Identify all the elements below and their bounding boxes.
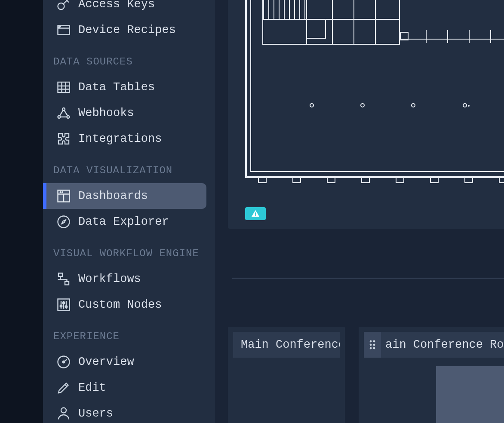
card-header[interactable]: ain Conference Room U bbox=[364, 332, 504, 358]
workflow-icon bbox=[56, 271, 71, 287]
svg-point-0 bbox=[58, 3, 65, 9]
warning-icon bbox=[251, 209, 260, 218]
user-icon bbox=[56, 406, 71, 421]
puzzle-icon bbox=[56, 131, 71, 147]
svg-rect-10 bbox=[58, 273, 62, 277]
svg-point-18 bbox=[61, 408, 66, 413]
sidebar-item-label: Users bbox=[78, 407, 113, 420]
sensor-marker[interactable] bbox=[411, 103, 415, 107]
card-body bbox=[436, 366, 504, 423]
grip-icon bbox=[369, 340, 376, 350]
svg-point-7 bbox=[60, 192, 61, 193]
sidebar-item-integrations[interactable]: Integrations bbox=[43, 126, 215, 152]
svg-point-5 bbox=[67, 116, 70, 118]
sidebar-item-users[interactable]: Users bbox=[43, 401, 215, 423]
sidebar-item-label: Data Explorer bbox=[78, 215, 169, 228]
webhook-icon bbox=[56, 105, 71, 121]
sidebar-item-label: Workflows bbox=[78, 273, 141, 285]
key-icon bbox=[56, 0, 71, 12]
section-header-experience: EXPERIENCE bbox=[43, 318, 215, 349]
sidebar-item-label: Dashboards bbox=[78, 190, 148, 202]
section-header-data-sources: DATA SOURCES bbox=[43, 43, 215, 74]
svg-point-8 bbox=[62, 192, 63, 193]
sidebar: Access Keys Device Recipes DATA SOURCES … bbox=[43, 0, 215, 423]
sidebar-item-label: Access Keys bbox=[78, 0, 155, 11]
sidebar-item-overview[interactable]: Overview bbox=[43, 349, 215, 375]
sensor-marker[interactable] bbox=[310, 103, 314, 107]
svg-point-15 bbox=[65, 306, 68, 308]
svg-point-9 bbox=[58, 216, 70, 228]
sensor-marker[interactable] bbox=[463, 103, 467, 107]
pencil-icon bbox=[56, 380, 71, 395]
sidebar-item-dashboards[interactable]: Dashboards bbox=[43, 183, 206, 209]
svg-point-21 bbox=[370, 340, 372, 343]
sidebar-item-device-recipes[interactable]: Device Recipes bbox=[43, 17, 215, 43]
card-title: Main Conference bbox=[241, 338, 340, 351]
svg-point-4 bbox=[58, 116, 61, 118]
table-icon bbox=[56, 80, 71, 95]
main-content: Main Conference ain Conference Room U bbox=[215, 0, 504, 423]
sidebar-item-label: Edit bbox=[78, 381, 106, 394]
sidebar-item-workflows[interactable]: Workflows bbox=[43, 266, 215, 292]
compass-icon bbox=[56, 214, 71, 230]
svg-point-25 bbox=[370, 347, 372, 349]
sidebar-item-label: Data Tables bbox=[78, 81, 155, 94]
sidebar-item-webhooks[interactable]: Webhooks bbox=[43, 100, 215, 126]
dashboard-card-conference-room[interactable]: ain Conference Room U bbox=[359, 327, 504, 423]
svg-point-24 bbox=[373, 344, 375, 346]
dashboard-icon bbox=[56, 188, 71, 204]
left-rail bbox=[0, 0, 43, 423]
sidebar-item-data-explorer[interactable]: Data Explorer bbox=[43, 209, 215, 235]
card-title: ain Conference Room U bbox=[385, 338, 504, 351]
recipes-icon bbox=[56, 22, 71, 38]
floorplan-canvas[interactable] bbox=[245, 0, 504, 181]
svg-rect-11 bbox=[65, 282, 69, 285]
warning-badge[interactable] bbox=[245, 207, 266, 220]
svg-rect-20 bbox=[255, 215, 256, 216]
sidebar-item-label: Custom Nodes bbox=[78, 298, 162, 311]
svg-point-14 bbox=[63, 302, 65, 304]
sliders-icon bbox=[56, 297, 71, 313]
svg-point-23 bbox=[370, 344, 372, 346]
sidebar-item-label: Device Recipes bbox=[78, 24, 176, 37]
sidebar-item-data-tables[interactable]: Data Tables bbox=[43, 74, 215, 100]
svg-point-17 bbox=[63, 361, 65, 363]
sidebar-item-custom-nodes[interactable]: Custom Nodes bbox=[43, 292, 215, 318]
sidebar-item-label: Integrations bbox=[78, 132, 162, 145]
svg-point-3 bbox=[62, 108, 65, 110]
sidebar-item-label: Overview bbox=[78, 356, 134, 368]
sidebar-item-edit[interactable]: Edit bbox=[43, 375, 215, 401]
section-header-visual-workflow-engine: VISUAL WORKFLOW ENGINE bbox=[43, 235, 215, 266]
card-header: Main Conference bbox=[233, 332, 340, 358]
svg-rect-2 bbox=[58, 82, 70, 92]
drag-handle[interactable] bbox=[364, 332, 381, 358]
sidebar-item-label: Webhooks bbox=[78, 107, 134, 120]
gauge-icon bbox=[56, 354, 71, 370]
section-divider bbox=[232, 278, 504, 279]
svg-point-13 bbox=[60, 305, 62, 307]
sidebar-item-access-keys[interactable]: Access Keys bbox=[43, 0, 215, 17]
section-header-data-visualization: DATA VISUALIZATION bbox=[43, 152, 215, 183]
floorplan-panel[interactable] bbox=[228, 0, 504, 229]
svg-point-22 bbox=[373, 340, 375, 343]
svg-rect-19 bbox=[255, 212, 256, 215]
svg-point-26 bbox=[373, 347, 375, 349]
sensor-marker[interactable] bbox=[360, 103, 365, 107]
dashboard-card-main-conference[interactable]: Main Conference bbox=[228, 327, 345, 423]
